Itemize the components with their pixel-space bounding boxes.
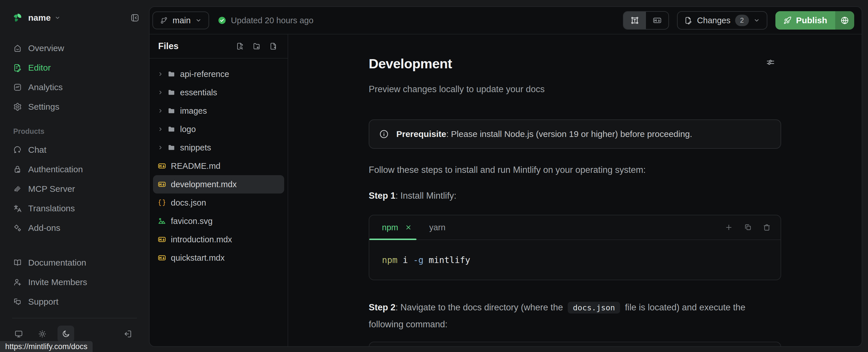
- diamonds-icon: [13, 224, 22, 232]
- sidebar-item-add-ons[interactable]: Add-ons: [0, 218, 149, 238]
- languages-icon: [13, 204, 22, 213]
- tab-npm-label: npm: [382, 223, 398, 232]
- prerequisite-callout[interactable]: Prerequisite: Please install Node.js (ve…: [369, 119, 781, 149]
- theme-light-button[interactable]: [34, 326, 51, 342]
- markdown-file-icon: [158, 180, 166, 189]
- folder-row-essentials[interactable]: essentials: [153, 83, 284, 102]
- folder-row-snippets[interactable]: snippets: [153, 138, 284, 157]
- markdown-file-icon: [158, 162, 166, 170]
- markdown-file-icon: [158, 253, 166, 262]
- code-block-run-partial: [369, 342, 781, 346]
- sidebar-item-documentation[interactable]: Documentation: [0, 253, 149, 273]
- new-folder-icon[interactable]: [252, 42, 260, 50]
- mintlify-logo-icon: [12, 13, 23, 23]
- sidebar-item-translations[interactable]: Translations: [0, 199, 149, 218]
- page-settings-button[interactable]: [766, 58, 775, 67]
- code-editor-line[interactable]: npm i -g mintlify: [369, 240, 781, 280]
- sidebar-item-invite-members[interactable]: Invite Members: [0, 273, 149, 292]
- folder-name: api-reference: [180, 69, 229, 79]
- folder-name: logo: [180, 125, 196, 134]
- code-tab-bar: npm yarn: [369, 215, 781, 240]
- chevron-right-icon: [158, 108, 163, 114]
- folder-row-api-reference[interactable]: api-reference: [153, 65, 284, 83]
- visual-editor-mode-button[interactable]: [623, 12, 646, 29]
- file-search-icon[interactable]: [236, 42, 244, 50]
- copy-icon[interactable]: [744, 223, 752, 232]
- sidebar-item-analytics[interactable]: Analytics: [0, 77, 149, 97]
- layers-icon: [13, 185, 22, 193]
- workspace-name: name: [28, 13, 51, 23]
- changes-count-badge: 2: [735, 15, 749, 26]
- sidebar: name Overview Editor Analytics: [0, 0, 149, 352]
- file-tree: api-reference essentials images logo: [150, 59, 288, 267]
- sidebar-item-authentication[interactable]: Authentication: [0, 160, 149, 179]
- intro-paragraph[interactable]: Follow these steps to install and run Mi…: [369, 164, 781, 176]
- theme-switcher: [10, 324, 132, 344]
- sidebar-item-label: Translations: [28, 204, 75, 213]
- sidebar-item-label: Analytics: [28, 82, 63, 92]
- publish-button[interactable]: Publish: [775, 11, 835, 30]
- markdown-mode-button[interactable]: [646, 12, 669, 29]
- file-row-readme[interactable]: README.md: [153, 157, 284, 175]
- sidebar-item-label: Overview: [28, 43, 64, 53]
- step2-paragraph[interactable]: Step 2: Navigate to the docs directory (…: [369, 299, 781, 333]
- sync-status: Updated 20 hours ago: [218, 16, 313, 25]
- sidebar-item-label: Documentation: [28, 258, 86, 268]
- file-edit-icon: [684, 16, 692, 25]
- sidebar-item-editor[interactable]: Editor: [0, 58, 149, 77]
- file-name: development.mdx: [171, 180, 237, 189]
- text-frame-icon: [630, 16, 639, 25]
- globe-icon: [840, 16, 849, 25]
- file-name: README.md: [171, 161, 220, 171]
- trash-icon[interactable]: [763, 223, 771, 232]
- code-token: i: [398, 255, 413, 265]
- add-tab-icon[interactable]: [725, 223, 733, 232]
- code-block-actions: [725, 223, 771, 232]
- file-row-quickstart[interactable]: quickstart.mdx: [153, 249, 284, 267]
- folder-row-logo[interactable]: logo: [153, 120, 284, 138]
- callout-title: Prerequisite: [396, 129, 446, 139]
- files-panel: Files api-reference: [150, 34, 288, 346]
- file-row-docs-json[interactable]: docs.json: [153, 193, 284, 212]
- tab-npm[interactable]: npm: [369, 215, 423, 240]
- folder-icon: [167, 107, 176, 115]
- workspace-switcher[interactable]: name: [12, 11, 139, 25]
- chevron-right-icon: [158, 71, 163, 77]
- sidebar-item-overview[interactable]: Overview: [0, 38, 149, 58]
- products-section-label: Products: [0, 128, 149, 135]
- publish-options-button[interactable]: [835, 11, 854, 30]
- folder-row-images[interactable]: images: [153, 102, 284, 120]
- user-plus-icon: [13, 278, 22, 286]
- file-row-development[interactable]: development.mdx: [153, 175, 284, 193]
- sidebar-item-mcp-server[interactable]: MCP Server: [0, 179, 149, 199]
- step1-paragraph[interactable]: Step 1: Install Mintlify:: [369, 189, 781, 202]
- theme-dark-button[interactable]: [58, 326, 74, 342]
- panel-body: Files api-reference: [150, 34, 862, 346]
- monitor-icon: [14, 329, 23, 338]
- file-name: favicon.svg: [171, 216, 213, 226]
- page-title[interactable]: Development: [369, 56, 781, 72]
- file-row-favicon[interactable]: favicon.svg: [153, 212, 284, 230]
- tab-yarn[interactable]: yarn: [429, 223, 445, 232]
- changes-button[interactable]: Changes 2: [677, 11, 767, 30]
- git-branch-icon: [160, 16, 168, 25]
- moon-icon: [62, 329, 70, 338]
- sidebar-item-label: Settings: [28, 102, 59, 112]
- sidebar-item-settings[interactable]: Settings: [0, 97, 149, 116]
- sliders-icon: [766, 58, 775, 67]
- markdown-icon: [653, 16, 662, 25]
- theme-system-button[interactable]: [10, 326, 27, 342]
- new-file-icon[interactable]: [269, 42, 277, 50]
- chevron-right-icon: [158, 90, 163, 95]
- collapse-sidebar-button[interactable]: [131, 13, 139, 22]
- page-subtitle[interactable]: Preview changes locally to update your d…: [369, 83, 781, 95]
- sidebar-nav: Overview Editor Analytics Settings: [0, 38, 149, 116]
- file-row-introduction[interactable]: introduction.mdx: [153, 230, 284, 249]
- image-file-icon: [158, 217, 166, 225]
- logout-button[interactable]: [123, 329, 132, 339]
- chevron-down-icon: [55, 15, 60, 21]
- sidebar-item-support[interactable]: Support: [0, 292, 149, 312]
- sidebar-item-chat[interactable]: Chat: [0, 140, 149, 160]
- branch-selector[interactable]: main: [152, 11, 209, 29]
- close-tab-icon[interactable]: [405, 224, 412, 231]
